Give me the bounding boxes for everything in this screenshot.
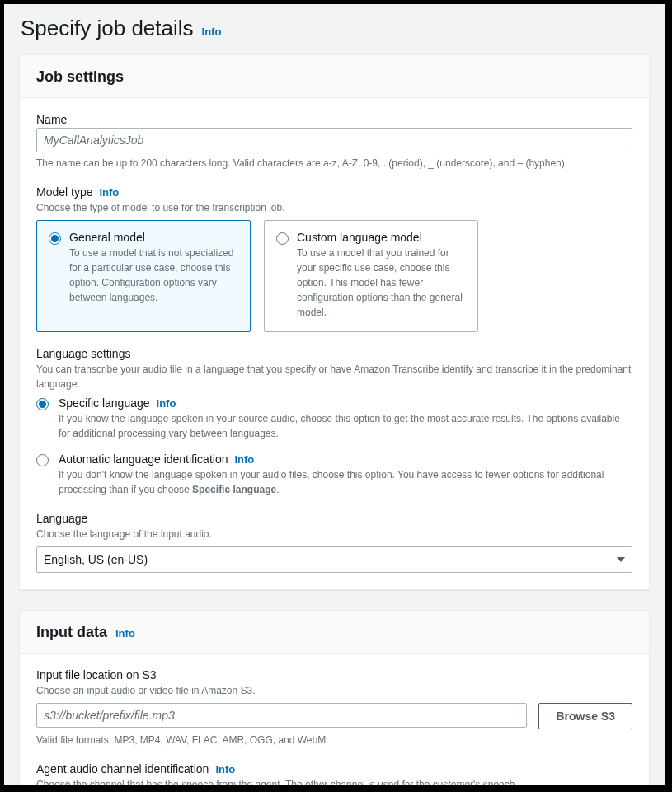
browse-s3-button[interactable]: Browse S3	[538, 703, 632, 729]
s3-hint: Choose an input audio or video file in A…	[36, 683, 632, 698]
tile-title: General model	[69, 231, 238, 244]
name-label: Name	[36, 113, 632, 126]
language-hint: Choose the language of the input audio.	[36, 527, 632, 541]
language-select[interactable]: English, US (en-US)	[36, 546, 632, 573]
language-settings-hint: You can transcribe your audio file in a …	[36, 362, 632, 391]
radio-icon	[36, 398, 49, 410]
page-header: Specify job details Info	[4, 4, 665, 54]
name-field: Name The name can be up to 200 character…	[36, 113, 632, 171]
s3-field: Input file location on S3 Choose an inpu…	[36, 668, 632, 747]
info-link[interactable]: Info	[215, 763, 235, 776]
model-type-hint: Choose the type of model to use for the …	[36, 200, 632, 215]
panel-title: Job settings	[36, 68, 124, 86]
info-link[interactable]: Info	[99, 186, 119, 199]
radio-desc: If you don't know the language spoken in…	[59, 467, 632, 497]
language-settings-field: Language settings You can transcribe you…	[36, 347, 632, 497]
model-tile-custom[interactable]: Custom language model To use a model tha…	[264, 220, 478, 332]
model-type-label: Model type	[36, 185, 92, 199]
name-help: The name can be up to 200 characters lon…	[36, 156, 632, 171]
chevron-down-icon	[617, 557, 625, 562]
radio-icon	[36, 454, 49, 466]
model-tile-general[interactable]: General model To use a model that is not…	[36, 220, 251, 332]
agent-channel-label: Agent audio channel identification	[36, 762, 209, 776]
radio-icon	[276, 232, 289, 245]
radio-title: Specific language	[59, 396, 150, 410]
s3-label: Input file location on S3	[36, 668, 632, 682]
language-settings-label: Language settings	[36, 347, 632, 360]
radio-icon	[49, 232, 61, 245]
lang-option-specific[interactable]: Specific language Info If you know the l…	[36, 396, 632, 441]
panel-title: Input data	[36, 624, 107, 641]
tile-desc: To use a model that you trained for your…	[297, 246, 466, 320]
s3-input[interactable]	[36, 703, 527, 728]
agent-channel-hint: Choose the channel that has the speech f…	[36, 777, 632, 786]
panel-header: Job settings	[20, 55, 649, 98]
name-input[interactable]	[36, 128, 632, 152]
page-title: Specify job details	[21, 16, 194, 41]
select-value: English, US (en-US)	[44, 553, 148, 566]
agent-channel-field: Agent audio channel identification Info …	[36, 762, 632, 786]
input-data-panel: Input data Info Input file location on S…	[19, 610, 650, 786]
lang-option-auto[interactable]: Automatic language identification Info I…	[36, 452, 632, 497]
tile-desc: To use a model that is not specialized f…	[69, 246, 238, 305]
info-link[interactable]: Info	[202, 26, 222, 38]
job-settings-panel: Job settings Name The name can be up to …	[19, 54, 650, 590]
info-link[interactable]: Info	[234, 453, 254, 466]
model-type-field: Model type Info Choose the type of model…	[36, 185, 632, 332]
panel-header: Input data Info	[20, 611, 649, 654]
language-label: Language	[36, 512, 632, 525]
info-link[interactable]: Info	[157, 397, 176, 410]
tile-title: Custom language model	[297, 231, 466, 244]
radio-title: Automatic language identification	[59, 452, 228, 466]
s3-help: Valid file formats: MP3, MP4, WAV, FLAC,…	[36, 733, 632, 747]
radio-desc: If you know the language spoken in your …	[59, 411, 632, 441]
info-link[interactable]: Info	[115, 627, 135, 640]
language-field: Language Choose the language of the inpu…	[36, 512, 632, 573]
